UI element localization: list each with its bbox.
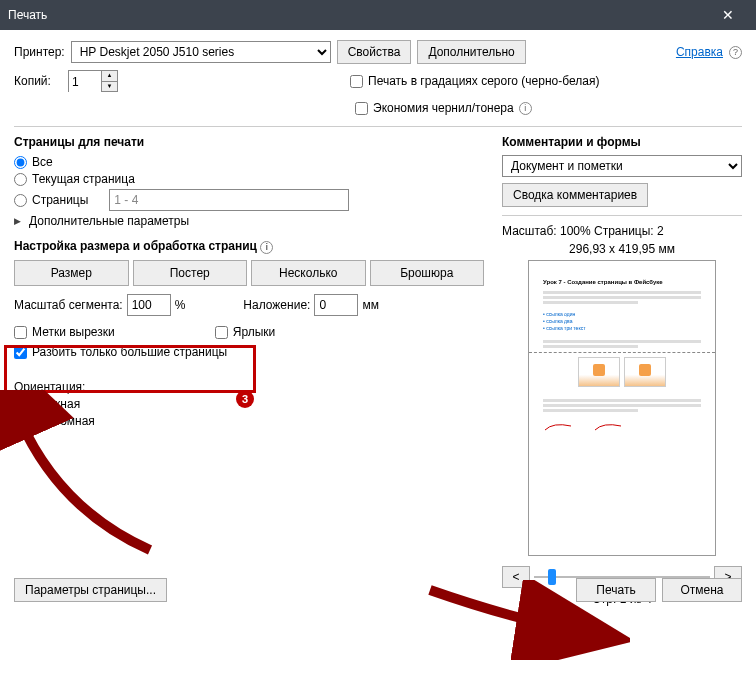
close-button[interactable]: ✕ [708, 0, 748, 30]
pages-all-label: Все [32, 155, 53, 169]
pages-all-radio[interactable] [14, 156, 27, 169]
pages-current-radio[interactable] [14, 173, 27, 186]
landscape-label: Альбомная [32, 414, 95, 428]
help-link[interactable]: Справка [676, 45, 723, 59]
comments-select[interactable]: Документ и пометки [502, 155, 742, 177]
help-info-icon[interactable]: ? [729, 46, 742, 59]
booklet-tab-button[interactable]: Брошюра [370, 260, 485, 286]
comments-section-title: Комментарии и формы [502, 135, 742, 149]
pages-section-title: Страницы для печати [14, 135, 484, 149]
landscape-radio[interactable] [14, 415, 27, 428]
prev-page-button[interactable]: < [502, 566, 530, 588]
poster-tab-button[interactable]: Постер [133, 260, 248, 286]
split-large-checkbox[interactable] [14, 346, 27, 359]
size-info-icon[interactable]: i [260, 241, 273, 254]
pages-current-label: Текущая страница [32, 172, 135, 186]
grayscale-checkbox[interactable] [350, 75, 363, 88]
ink-save-checkbox[interactable] [355, 102, 368, 115]
preview-dims: 296,93 x 419,95 мм [502, 242, 742, 256]
copies-label: Копий: [14, 74, 62, 88]
page-setup-button[interactable]: Параметры страницы... [14, 578, 167, 602]
preview-doc-title: Урок 7 - Создание страницы в Фейсбуке [543, 279, 701, 285]
scale-label: Масштаб сегмента: [14, 298, 123, 312]
overlap-label: Наложение: [243, 298, 310, 312]
cutmarks-label: Метки вырезки [32, 325, 115, 339]
scale-info: Масштаб: 100% Страницы: 2 [502, 224, 742, 238]
spinner-down-icon[interactable]: ▼ [102, 82, 117, 92]
copies-spinner[interactable]: ▲▼ [68, 70, 118, 92]
multi-tab-button[interactable]: Несколько [251, 260, 366, 286]
print-button[interactable]: Печать [576, 578, 656, 602]
printer-select[interactable]: HP Deskjet 2050 J510 series [71, 41, 331, 63]
copies-input[interactable] [69, 71, 101, 93]
titlebar: Печать ✕ [0, 0, 756, 30]
pages-range-radio[interactable] [14, 194, 27, 207]
labels-checkbox[interactable] [215, 326, 228, 339]
portrait-radio[interactable] [14, 398, 27, 411]
labels-label: Ярлыки [233, 325, 276, 339]
summary-button[interactable]: Сводка комментариев [502, 183, 648, 207]
scale-input[interactable] [127, 294, 171, 316]
properties-button[interactable]: Свойства [337, 40, 412, 64]
more-params-toggle[interactable]: ▶Дополнительные параметры [14, 214, 484, 228]
overlap-input[interactable] [314, 294, 358, 316]
advanced-button[interactable]: Дополнительно [417, 40, 525, 64]
scale-unit: % [175, 298, 186, 312]
grayscale-label: Печать в градациях серого (черно-белая) [368, 74, 599, 88]
printer-label: Принтер: [14, 45, 65, 59]
pages-range-label: Страницы [32, 193, 88, 207]
cutmarks-checkbox[interactable] [14, 326, 27, 339]
annotation-badge-3: 3 [236, 390, 254, 408]
pages-range-input[interactable] [109, 189, 349, 211]
ink-info-icon[interactable]: i [519, 102, 532, 115]
overlap-unit: мм [362, 298, 379, 312]
split-large-label: Разбить только большие страницы [32, 345, 227, 359]
page-preview: Урок 7 - Создание страницы в Фейсбуке • … [528, 260, 716, 556]
cancel-button[interactable]: Отмена [662, 578, 742, 602]
size-tab-button[interactable]: Размер [14, 260, 129, 286]
spinner-up-icon[interactable]: ▲ [102, 71, 117, 82]
ink-save-label: Экономия чернил/тонера [373, 101, 514, 115]
triangle-right-icon: ▶ [14, 216, 21, 226]
portrait-label: Книжная [32, 397, 80, 411]
size-section-title: Настройка размера и обработка страниц i [14, 239, 484, 254]
window-title: Печать [8, 8, 708, 22]
